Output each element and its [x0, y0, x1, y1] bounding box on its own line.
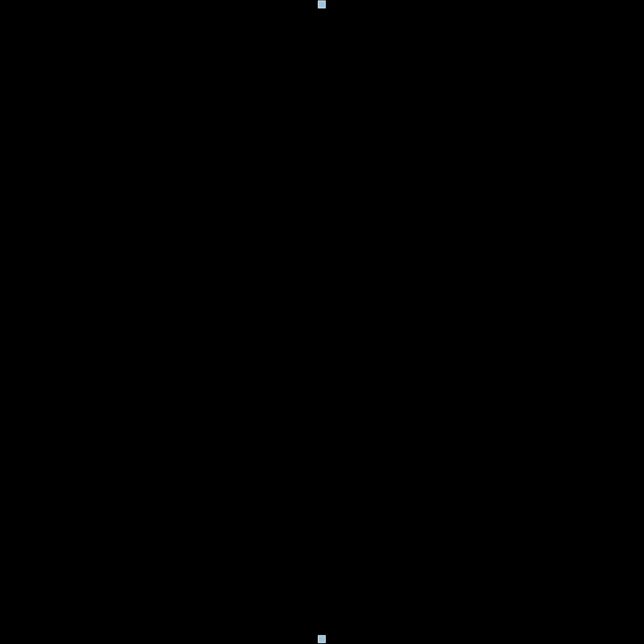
figure-canvas — [0, 0, 644, 644]
selection-handle-bottom[interactable] — [318, 635, 326, 643]
spectrum-chart[interactable] — [0, 0, 644, 644]
selection-handle-top[interactable] — [318, 0, 326, 8]
